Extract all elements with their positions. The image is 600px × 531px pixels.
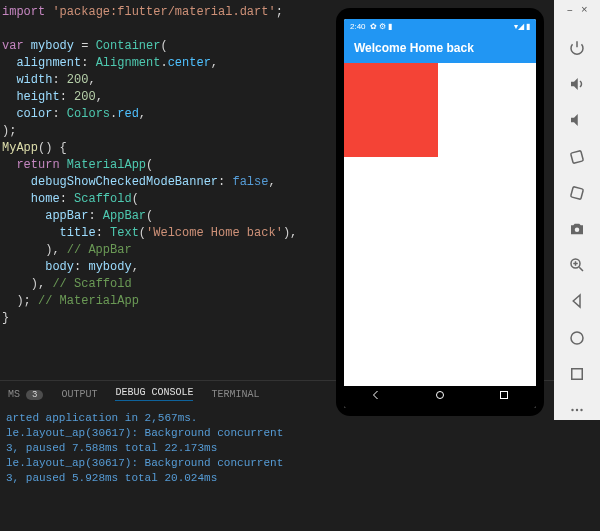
tab-terminal[interactable]: TERMINAL [211, 389, 259, 400]
svg-rect-7 [572, 369, 583, 380]
svg-rect-2 [571, 150, 584, 163]
class-materialapp: MaterialApp [67, 158, 146, 172]
nav-recent-icon[interactable] [498, 389, 510, 405]
prop-appbar: appBar [45, 209, 88, 223]
zoom-icon[interactable] [566, 255, 588, 275]
num-height: 200 [74, 90, 96, 104]
class-text: Text [110, 226, 139, 240]
prop-color: color [16, 107, 52, 121]
class-container: Container [96, 39, 161, 53]
bool-false: false [232, 175, 268, 189]
tab-output[interactable]: OUTPUT [61, 389, 97, 400]
comment-scaffold: // Scaffold [52, 277, 131, 291]
console-line: le.layout_ap(30617): Background concurre… [6, 427, 283, 439]
home-icon[interactable] [566, 328, 588, 348]
identifier-mybody: mybody [31, 39, 74, 53]
console-line: arted application in 2,567ms. [6, 412, 197, 424]
back-icon[interactable] [566, 291, 588, 311]
code-editor[interactable]: import 'package:flutter/material.dart'; … [0, 0, 330, 380]
svg-point-0 [437, 392, 444, 399]
android-statusbar: 2:40 ✿ ⚙ ▮ ▾◢ ▮ [344, 19, 536, 33]
status-right-icons: ▾◢ ▮ [514, 22, 530, 31]
nav-home-icon[interactable] [434, 389, 446, 405]
flutter-body[interactable] [344, 63, 536, 386]
volume-down-icon[interactable] [566, 110, 588, 130]
prop-height: height [16, 90, 59, 104]
console-output[interactable]: arted application in 2,567ms. le.layout_… [0, 407, 600, 490]
num-width: 200 [67, 73, 89, 87]
more-icon[interactable] [566, 400, 588, 420]
svg-point-8 [571, 409, 573, 411]
identifier-mybody-ref: mybody [88, 260, 131, 274]
prop-width: width [16, 73, 52, 87]
enum-red: red [117, 107, 139, 121]
android-navbar [344, 386, 536, 408]
tab-problems[interactable]: MS 3 [8, 389, 43, 400]
problems-badge: 3 [26, 390, 43, 400]
window-close-button[interactable]: × [581, 4, 588, 16]
console-line: 3, paused 7.588ms total 22.173ms [6, 442, 217, 454]
svg-point-9 [576, 409, 578, 411]
class-alignment: Alignment [96, 56, 161, 70]
prop-title: title [60, 226, 96, 240]
nav-back-icon[interactable] [370, 389, 382, 405]
device-screen[interactable]: 2:40 ✿ ⚙ ▮ ▾◢ ▮ Welcome Home back [344, 19, 536, 408]
keyword-return: return [16, 158, 59, 172]
appbar-title: Welcome Home back [354, 41, 474, 55]
power-icon[interactable] [566, 38, 588, 58]
window-minimize-button[interactable]: – [566, 4, 573, 16]
console-line: le.layout_ap(30617): Background concurre… [6, 457, 283, 469]
console-line: 3, paused 5.928ms total 20.024ms [6, 472, 217, 484]
overview-icon[interactable] [566, 364, 588, 384]
flutter-appbar: Welcome Home back [344, 33, 536, 63]
rotate-right-icon[interactable] [566, 183, 588, 203]
android-emulator[interactable]: 2:40 ✿ ⚙ ▮ ▾◢ ▮ Welcome Home back [336, 8, 544, 416]
prop-debugbanner: debugShowCheckedModeBanner [31, 175, 218, 189]
comment-materialapp: // MaterialApp [38, 294, 139, 308]
prop-home: home [31, 192, 60, 206]
prop-body: body [45, 260, 74, 274]
emulator-toolbar: – × [554, 0, 600, 420]
svg-point-6 [571, 332, 583, 344]
svg-point-10 [580, 409, 582, 411]
status-left-icons: ✿ ⚙ ▮ [370, 22, 392, 31]
camera-icon[interactable] [566, 219, 588, 239]
status-time: 2:40 [350, 22, 366, 31]
class-appbar: AppBar [103, 209, 146, 223]
string-import-path: 'package:flutter/material.dart' [52, 5, 275, 19]
red-container [344, 63, 438, 157]
tab-debug-console[interactable]: DEBUG CONSOLE [115, 387, 193, 401]
class-colors: Colors [67, 107, 110, 121]
svg-rect-1 [501, 392, 508, 399]
class-scaffold: Scaffold [74, 192, 132, 206]
func-myapp: MyApp [2, 141, 38, 155]
prop-alignment: alignment [16, 56, 81, 70]
enum-center: center [168, 56, 211, 70]
svg-rect-3 [571, 186, 584, 199]
volume-up-icon[interactable] [566, 74, 588, 94]
keyword-var: var [2, 39, 24, 53]
string-title: 'Welcome Home back' [146, 226, 283, 240]
keyword-import: import [2, 5, 45, 19]
svg-point-4 [575, 228, 580, 233]
comment-appbar: // AppBar [67, 243, 132, 257]
rotate-left-icon[interactable] [566, 147, 588, 167]
